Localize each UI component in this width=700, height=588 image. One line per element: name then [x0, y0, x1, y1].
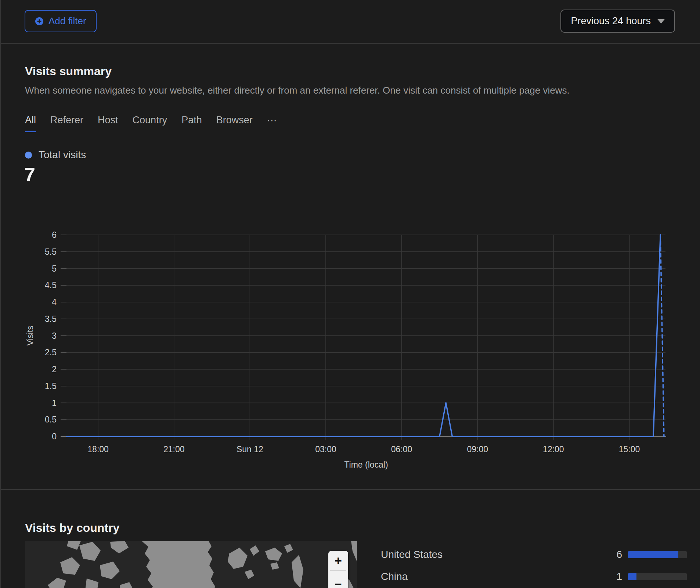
svg-text:3.5: 3.5	[45, 314, 57, 324]
legend-label: Total visits	[39, 149, 86, 161]
svg-text:06:00: 06:00	[391, 444, 412, 454]
country-row[interactable]: United States6	[381, 551, 687, 559]
svg-text:03:00: 03:00	[315, 444, 336, 454]
svg-text:Time (local): Time (local)	[344, 460, 388, 469]
svg-text:0.5: 0.5	[45, 415, 57, 424]
dimension-tabs: AllRefererHostCountryPathBrowser⋯	[25, 115, 278, 132]
map-zoom-out-button[interactable]: −	[328, 571, 348, 588]
plus-circle-icon	[35, 17, 44, 26]
svg-text:5: 5	[52, 264, 57, 273]
tab-host[interactable]: Host	[98, 115, 118, 132]
country-visits-value: 1	[600, 571, 622, 582]
map-zoom-in-button[interactable]: +	[328, 551, 348, 570]
visits-line-chart: 00.511.522.533.544.555.5618:0021:00Sun 1…	[1, 206, 700, 471]
country-name: United States	[381, 549, 600, 560]
add-filter-label: Add filter	[48, 15, 86, 27]
country-row[interactable]: China1	[381, 573, 687, 581]
country-visits-bar	[628, 573, 687, 580]
world-map[interactable]: + −	[25, 541, 357, 588]
map-zoom-control: + −	[328, 551, 348, 588]
svg-text:15:00: 15:00	[619, 444, 640, 454]
chevron-down-icon	[657, 19, 665, 23]
svg-text:Visits: Visits	[25, 326, 35, 346]
svg-text:1: 1	[52, 398, 57, 408]
country-visits-bar	[628, 551, 687, 558]
world-map-svg	[25, 541, 357, 588]
country-name: China	[381, 571, 600, 582]
svg-text:4.5: 4.5	[45, 280, 57, 290]
country-list: United States6China1	[381, 551, 687, 588]
svg-text:5.5: 5.5	[45, 247, 57, 257]
analytics-page: { "toolbar": { "add_filter_label": "Add …	[0, 0, 700, 588]
country-visits-bar-fill	[628, 573, 636, 580]
time-range-dropdown[interactable]: Previous 24 hours	[560, 10, 675, 33]
svg-text:2: 2	[52, 364, 57, 374]
tab-referer[interactable]: Referer	[50, 115, 83, 132]
tab-path[interactable]: Path	[181, 115, 202, 132]
svg-text:09:00: 09:00	[467, 444, 488, 454]
visits-summary-title: Visits summary	[25, 65, 112, 78]
svg-text:21:00: 21:00	[163, 444, 185, 454]
tab-browser[interactable]: Browser	[216, 115, 253, 132]
visits-summary-description: When someone navigates to your website, …	[25, 85, 570, 96]
country-visits-value: 6	[600, 549, 622, 560]
time-range-value: Previous 24 hours	[571, 15, 651, 27]
svg-text:6: 6	[52, 230, 57, 240]
country-visits-bar-fill	[628, 551, 678, 558]
tab-country[interactable]: Country	[133, 115, 167, 132]
divider	[1, 43, 700, 44]
svg-text:4: 4	[52, 297, 57, 307]
legend-dot-icon	[25, 152, 32, 159]
svg-text:0: 0	[52, 432, 57, 441]
tab-more[interactable]: ⋯	[267, 115, 278, 132]
divider	[1, 489, 700, 490]
svg-text:3: 3	[52, 331, 57, 341]
svg-text:1.5: 1.5	[45, 381, 57, 391]
svg-text:2.5: 2.5	[45, 348, 57, 357]
svg-text:Sun 12: Sun 12	[237, 444, 263, 454]
add-filter-button[interactable]: Add filter	[25, 10, 97, 32]
total-visits-value: 7	[24, 163, 35, 186]
visits-by-country-title: Visits by country	[25, 521, 119, 535]
tab-all[interactable]: All	[25, 115, 36, 132]
svg-text:12:00: 12:00	[543, 444, 564, 454]
chart-legend-total-visits[interactable]: Total visits	[25, 149, 86, 161]
svg-text:18:00: 18:00	[87, 444, 109, 454]
